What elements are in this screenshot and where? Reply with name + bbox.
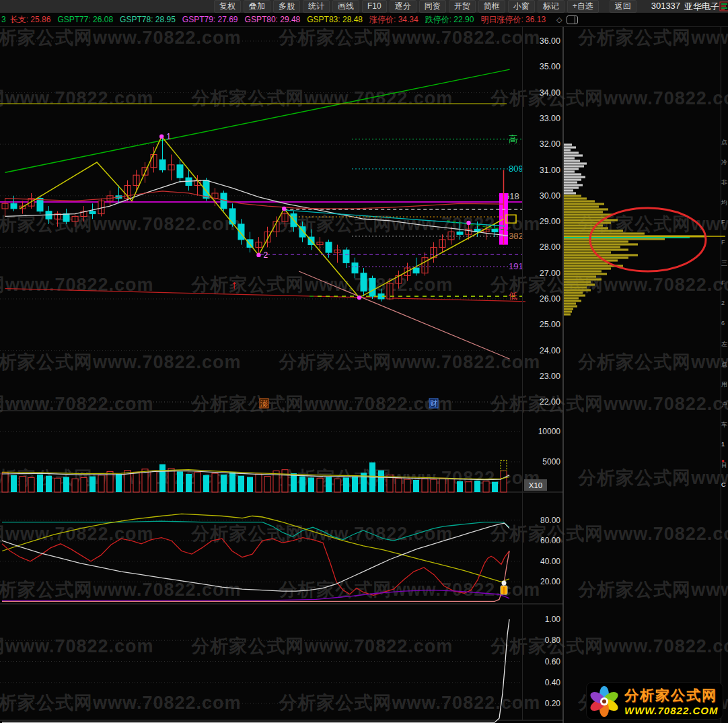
profile-bar <box>564 208 608 210</box>
volume-bar <box>343 477 349 492</box>
volume-tick: 10000 <box>538 427 561 436</box>
volume-bar <box>98 475 104 492</box>
menu-item-11[interactable]: 标记 <box>538 0 565 13</box>
price-tick: 28.00 <box>540 242 560 252</box>
volume-bar <box>212 473 218 492</box>
volume-bar <box>133 472 139 492</box>
right-edge-strip[interactable]: 点冷非均FF三F26左点用户车1目C● <box>721 27 728 723</box>
menu-item-3[interactable]: 统计 <box>303 0 330 13</box>
profile-bar <box>564 219 618 221</box>
edge-glyph: 用 <box>721 380 727 389</box>
profile-bar <box>564 259 618 261</box>
price-tick: 29.00 <box>540 217 560 226</box>
volume-bar <box>439 478 445 492</box>
profile-bar <box>564 289 591 291</box>
edge-glyph: C <box>721 481 726 488</box>
profile-bar <box>564 313 571 315</box>
menu-item-8[interactable]: 开贸 <box>449 0 476 13</box>
menu-item-1[interactable]: 叠加 <box>244 0 270 13</box>
volume-bar <box>308 477 314 492</box>
volume-bar <box>352 477 358 492</box>
board-icon[interactable] <box>719 1 728 11</box>
price-tick: 24.00 <box>540 346 560 355</box>
volume-bar <box>46 476 52 492</box>
profile-bar <box>564 200 595 202</box>
profile-bar <box>564 192 576 194</box>
kd-line-yellow <box>2 514 509 582</box>
tag-marker-left: 澎 <box>260 399 268 407</box>
menu-item-5[interactable]: F10 <box>362 0 387 13</box>
profile-bar <box>564 197 587 199</box>
profile-bar <box>564 173 581 175</box>
volume-bar <box>11 475 17 492</box>
volume-bar <box>422 479 428 492</box>
menu-item-12[interactable]: +自选 <box>567 0 599 13</box>
menu-item-13[interactable]: 返回 <box>610 0 636 13</box>
volume-bar <box>177 471 183 492</box>
profile-bar <box>564 203 604 205</box>
app-window: 复权叠加多股统计画线F10逐分同资开贸简框小窗标记+自选返回 301337 亚华… <box>0 0 728 723</box>
profile-bar <box>564 251 611 253</box>
volume-unit-label: X10 <box>529 481 542 489</box>
profile-bar <box>564 178 581 180</box>
menu-item-6[interactable]: 逐分 <box>390 0 416 13</box>
profile-bar <box>564 213 612 215</box>
edge-glyph: 6 <box>721 320 725 326</box>
green-trendline <box>5 69 510 172</box>
volume-bar <box>2 473 8 492</box>
zigzag-marker <box>282 207 286 211</box>
zigzag-marker-label: 2 <box>264 250 268 260</box>
price-tick: 27.00 <box>540 269 560 278</box>
edge-glyph: 车 <box>721 421 727 429</box>
zigzag-marker <box>256 253 260 257</box>
red-ma <box>5 191 504 209</box>
volume-bar <box>229 472 235 492</box>
kd-line-white <box>2 523 509 591</box>
profile-bar <box>564 227 608 229</box>
flower-icon <box>587 683 622 718</box>
volume-bar <box>159 464 166 492</box>
bottom-tick: 0.20 <box>545 699 561 708</box>
top-menu-bar: 复权叠加多股统计画线F10逐分同资开贸简框小窗标记+自选返回 301337 亚华… <box>0 0 728 13</box>
stock-code: 301337 <box>651 1 680 13</box>
volume-bar <box>501 471 507 493</box>
indicator-value: GSPT83: 28.48 <box>307 15 363 24</box>
volume-tick: 5000 <box>542 457 560 467</box>
profile-bar <box>564 310 572 312</box>
volume-bar <box>413 480 419 492</box>
volume-bar <box>474 481 480 492</box>
menu-item-10[interactable]: 小窗 <box>508 0 535 13</box>
volume-bar <box>256 474 262 492</box>
menu-item-9[interactable]: 简框 <box>478 0 505 13</box>
profile-bar <box>564 205 599 207</box>
diamond-icon[interactable]: ◇ <box>556 15 562 24</box>
profile-bar <box>564 256 628 259</box>
volume-bar <box>151 471 157 493</box>
profile-bar <box>564 267 611 269</box>
menu-item-0[interactable]: 复权 <box>214 0 241 13</box>
zigzag-marker <box>159 135 163 139</box>
menu-item-7[interactable]: 同资 <box>419 0 446 13</box>
indicator-value: GSPT78: 28.95 <box>120 15 176 24</box>
bottom-tick: 0.40 <box>545 678 561 687</box>
stock-name: 亚华电子 <box>684 1 719 13</box>
menu: 复权叠加多股统计画线F10逐分同资开贸简框小窗标记+自选返回 <box>214 0 636 13</box>
volume-bar <box>291 473 297 492</box>
stock-info: 301337 亚华电子 <box>651 1 719 13</box>
site-logo: 分析家公式网 WWW.70822.COM <box>587 683 723 719</box>
profile-bar <box>564 170 575 172</box>
price-tick: 32.00 <box>540 139 560 149</box>
panel-toggle-icon[interactable] <box>567 15 578 24</box>
fib-label-low: 低 <box>508 291 517 301</box>
volume-bar <box>282 470 288 492</box>
profile-bar <box>564 160 580 162</box>
white-ma <box>5 180 509 236</box>
kd-line-pink <box>2 551 509 602</box>
menu-item-2[interactable]: 多股 <box>273 0 300 13</box>
profile-bar <box>564 275 596 277</box>
menu-item-4[interactable]: 画线 <box>332 0 359 13</box>
bottom-tick: 0.80 <box>545 635 561 645</box>
edge-glyph: 左 <box>721 340 727 349</box>
logo-url: WWW.70822.COM <box>624 705 718 716</box>
edge-glyph: F <box>721 279 725 286</box>
